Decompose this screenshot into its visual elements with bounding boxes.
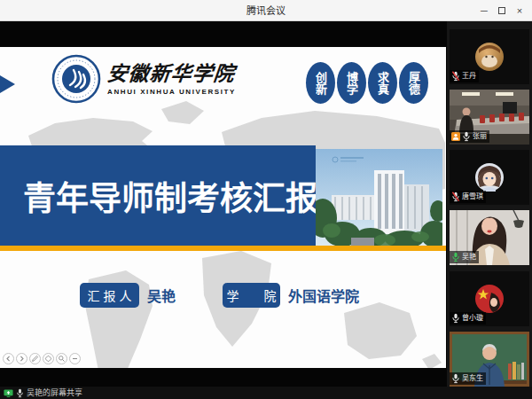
title-banner: 青年导师制考核汇报 xyxy=(0,145,316,246)
member-badge-icon xyxy=(451,132,460,141)
muted-mic-icon xyxy=(451,71,460,82)
participant-tile[interactable]: 张丽 xyxy=(450,90,529,145)
motto-badge-text: 厚德 xyxy=(408,72,419,95)
participant-tile[interactable]: 吴东生 xyxy=(450,332,529,387)
university-name-cn: 安徽新华学院 xyxy=(106,62,238,84)
tencent-meeting-window: 腾讯会议 ─ × xyxy=(0,0,532,399)
mic-on-icon xyxy=(462,131,471,142)
presenter-fields: 汇 报 人 吴艳 学 院 外国语学院 xyxy=(0,283,446,308)
participant-name: 唐雪琪 xyxy=(462,192,483,201)
magnifier-icon[interactable] xyxy=(56,353,67,364)
motto-badge: 创新 xyxy=(306,62,335,104)
participant-tile[interactable]: 唐雪琪 xyxy=(450,150,529,205)
slide-title: 青年导师制考核汇报 xyxy=(0,172,318,220)
pen-icon[interactable] xyxy=(29,353,41,364)
participant-name: 张丽 xyxy=(473,132,487,141)
participant-name: 曾小璇 xyxy=(462,314,483,323)
participant-name: 王丹 xyxy=(462,72,476,81)
maximize-icon xyxy=(498,7,505,14)
participant-tile[interactable]: 王丹 xyxy=(450,29,529,84)
motto-badge-text: 博学 xyxy=(346,72,357,95)
flag-girl-avatar xyxy=(474,284,505,314)
slide-corner-arrow xyxy=(0,75,15,93)
participant-tile[interactable]: 曾小璇 xyxy=(450,271,529,326)
muted-mic-icon xyxy=(451,192,460,202)
participants-sidebar[interactable]: 王丹 xyxy=(447,21,532,387)
eraser-icon[interactable] xyxy=(43,353,54,364)
window-controls: ─ × xyxy=(475,0,528,21)
close-button[interactable]: × xyxy=(511,0,528,21)
mic-on-icon xyxy=(451,313,460,324)
college-name: 外国语学院 xyxy=(288,285,359,306)
motto-badge-text: 创新 xyxy=(315,72,326,95)
motto-badge: 博学 xyxy=(337,62,366,104)
meeting-statusbar: 吴艳的屏幕共享 xyxy=(0,387,532,399)
participant-name: 吴艳 xyxy=(462,253,476,262)
campus-photo xyxy=(316,149,442,246)
college-label-pill: 学 院 xyxy=(223,283,280,308)
university-name-en: ANHUI XINHUA UNIVERSITY xyxy=(107,88,236,96)
participant-tile-active-speaker[interactable]: 吴艳 xyxy=(450,210,529,265)
motto-badge: 求真 xyxy=(368,62,397,104)
cartoon-girl-avatar xyxy=(474,162,505,192)
presenter-label-pill: 汇 报 人 xyxy=(80,283,139,308)
participant-name: 吴东生 xyxy=(462,374,483,383)
maximize-button[interactable] xyxy=(493,0,511,21)
presenter-label: 汇 报 人 xyxy=(88,286,132,304)
college-label: 学 院 xyxy=(227,286,277,304)
mic-on-icon xyxy=(451,373,460,384)
sharing-status-text: 吴艳的屏幕共享 xyxy=(27,387,82,399)
cat-avatar xyxy=(474,42,505,72)
presenter-name: 吴艳 xyxy=(147,285,176,306)
minimize-button[interactable]: ─ xyxy=(475,0,493,21)
speaking-mic-icon xyxy=(451,252,460,262)
presentation-toolbar xyxy=(3,353,81,364)
motto-badges: 创新 博学 求真 厚德 xyxy=(306,62,428,104)
shared-screen-slide: 安徽新华学院 ANHUI XINHUA UNIVERSITY 创新 博学 求真 … xyxy=(0,47,446,368)
gold-accent-bar xyxy=(0,246,446,251)
window-titlebar: 腾讯会议 ─ × xyxy=(0,0,532,21)
mic-on-icon xyxy=(16,388,24,398)
motto-badge: 厚德 xyxy=(399,62,428,104)
university-logo-group: 安徽新华学院 ANHUI XINHUA UNIVERSITY xyxy=(51,54,236,104)
screen-share-icon xyxy=(4,388,13,398)
motto-badge-text: 求真 xyxy=(377,72,388,95)
next-slide-icon[interactable] xyxy=(16,353,27,364)
window-title: 腾讯会议 xyxy=(0,0,532,21)
meeting-main-area: 安徽新华学院 ANHUI XINHUA UNIVERSITY 创新 博学 求真 … xyxy=(0,21,532,399)
previous-slide-icon[interactable] xyxy=(3,353,14,364)
more-tools-icon[interactable] xyxy=(69,353,81,364)
university-emblem-icon xyxy=(51,54,101,104)
